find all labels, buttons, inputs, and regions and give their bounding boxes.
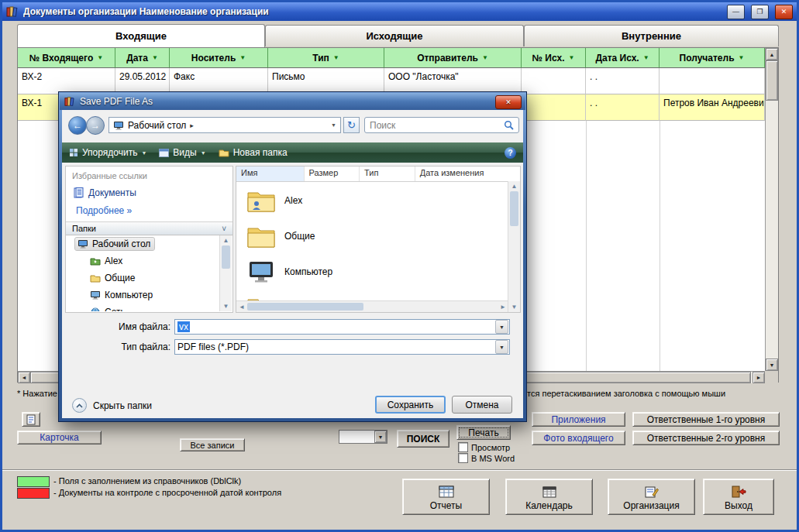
list-item-obschie[interactable]: Общие (236, 218, 508, 254)
sort-arrow-icon[interactable]: ▼ (643, 55, 649, 61)
scroll-up-button[interactable]: ▲ (220, 237, 232, 244)
table-vertical-scrollbar[interactable]: ▲ ▼ (765, 48, 778, 371)
filetype-select[interactable]: PDF files (*.PDF) ▼ (174, 339, 510, 355)
tree-item-alex[interactable]: Alex (66, 252, 220, 269)
sort-arrow-icon[interactable]: ▼ (239, 55, 246, 61)
folders-header[interactable]: Папки ˅ (66, 221, 232, 235)
exit-button[interactable]: Выход (703, 479, 774, 515)
refresh-button[interactable]: ↻ (343, 117, 360, 133)
breadcrumb[interactable]: Рабочий стол ▸ ▼ (108, 117, 341, 133)
column-header[interactable]: Дата▼ (115, 48, 170, 68)
file-list-vertical-scrollbar[interactable]: ▲ ▼ (508, 181, 520, 312)
calendar-button[interactable]: Календарь (505, 479, 593, 515)
combo-arrow-icon[interactable]: ▼ (495, 340, 508, 354)
hide-folders-button[interactable]: Скрыть папки (72, 398, 152, 413)
breadcrumb-location[interactable]: Рабочий стол (128, 120, 186, 131)
list-item-partial[interactable] (236, 290, 508, 301)
favorites-item-documents[interactable]: Документы (74, 187, 136, 198)
scroll-thumb[interactable] (766, 60, 778, 101)
scroll-thumb[interactable] (222, 245, 230, 269)
scroll-right-button[interactable]: ► (499, 304, 507, 311)
responsible-level1-button[interactable]: Ответственные 1-го уровня (632, 412, 780, 427)
column-header[interactable]: Дата Исх.▼ (586, 48, 660, 68)
close-button[interactable]: ✕ (775, 5, 793, 19)
scroll-thumb[interactable] (247, 303, 363, 311)
list-column-header[interactable]: Тип (360, 166, 415, 181)
organize-menu[interactable]: Упорядочить ▼ (69, 147, 146, 158)
scroll-down-button[interactable]: ▼ (220, 303, 232, 310)
new-folder-button[interactable]: Новая папка (219, 147, 288, 158)
chevron-down-icon[interactable]: ˅ (222, 225, 226, 233)
column-header[interactable]: Тип▼ (268, 48, 384, 68)
column-header[interactable]: Носитель▼ (170, 48, 268, 68)
help-button[interactable]: ? (505, 147, 516, 159)
scroll-thumb[interactable] (510, 191, 518, 226)
responsible-level2-button[interactable]: Ответственные 2-го уровня (632, 431, 780, 445)
tab-incoming[interactable]: Входящие (17, 24, 265, 47)
tree-scrollbar[interactable]: ▲ ▼ (219, 235, 232, 311)
scroll-up-button[interactable]: ▲ (508, 183, 520, 190)
sort-arrow-icon[interactable]: ▼ (152, 55, 158, 61)
list-item-alex[interactable]: Alex (236, 183, 508, 218)
scroll-down-button[interactable]: ▼ (508, 304, 520, 311)
dialog-close-button[interactable]: ✕ (495, 95, 522, 109)
reports-button[interactable]: Отчеты (402, 479, 490, 515)
all-records-button[interactable]: Все записи (180, 438, 245, 451)
views-menu[interactable]: Виды ▼ (159, 147, 205, 158)
preview-checkbox[interactable]: Просмотр (458, 442, 510, 452)
column-header[interactable]: Отправитель▼ (384, 48, 522, 68)
filter-combobox[interactable]: ▼ (339, 430, 387, 444)
scroll-left-button[interactable]: ◄ (18, 372, 30, 383)
sort-arrow-icon[interactable]: ▼ (568, 55, 574, 61)
organization-button[interactable]: Организация (608, 479, 695, 515)
search-box[interactable]: Поиск (364, 117, 519, 133)
minimize-button[interactable]: — (727, 5, 745, 19)
breadcrumb-dropdown-icon[interactable]: ▼ (331, 122, 336, 128)
user-folder-icon (90, 257, 101, 266)
combo-arrow-icon[interactable]: ▼ (374, 431, 387, 443)
scroll-down-button[interactable]: ▼ (766, 359, 778, 371)
button-label: Фото входящего (543, 433, 613, 444)
list-column-header[interactable]: Имя (236, 166, 305, 181)
column-header[interactable]: № Входящего▼ (18, 48, 115, 68)
filename-input[interactable]: vx ▼ (174, 319, 510, 335)
list-item-computer[interactable]: Компьютер (236, 254, 508, 290)
card-button[interactable]: Карточка (17, 431, 102, 444)
tree-item-desktop[interactable]: Рабочий стол (66, 235, 220, 252)
new-document-button[interactable] (22, 412, 40, 427)
list-column-header[interactable]: Дата изменения (415, 166, 508, 181)
applications-button[interactable]: Приложения (532, 412, 625, 427)
photo-button[interactable]: Фото входящего (532, 431, 625, 445)
back-button[interactable]: ← (68, 116, 87, 135)
tree-item-computer[interactable]: Компьютер (66, 287, 220, 304)
sort-arrow-icon[interactable]: ▼ (97, 55, 103, 61)
cancel-button[interactable]: Отмена (452, 396, 512, 414)
search-button[interactable]: ПОИСК (397, 430, 449, 448)
tab-label: Входящие (115, 30, 167, 42)
maximize-button[interactable]: ❐ (751, 5, 769, 19)
print-button[interactable]: Печать (456, 425, 511, 440)
list-column-header[interactable]: Размер (305, 166, 360, 181)
sort-arrow-icon[interactable]: ▼ (333, 55, 339, 61)
breadcrumb-arrow-icon[interactable]: ▸ (190, 122, 194, 129)
scroll-up-button[interactable]: ▲ (766, 48, 778, 60)
scroll-left-button[interactable]: ◄ (238, 304, 246, 311)
save-button[interactable]: Сохранить (375, 396, 446, 414)
favorites-more-link[interactable]: Подробнее » (76, 205, 132, 216)
tree-item-network[interactable]: Сеть (66, 304, 220, 311)
tab-internal[interactable]: Внутренние (524, 25, 779, 46)
msword-checkbox[interactable]: В MS Word (458, 453, 515, 463)
combo-arrow-icon[interactable]: ▼ (495, 320, 508, 334)
tab-outgoing[interactable]: Исходящие (265, 25, 524, 46)
checkbox-box[interactable] (458, 453, 468, 463)
forward-button[interactable]: → (86, 116, 105, 135)
file-list-horizontal-scrollbar[interactable]: ◄ ► (236, 300, 508, 312)
scroll-right-button[interactable]: ► (753, 372, 765, 383)
table-row[interactable]: ВХ-2 29.05.2012 Факс Письмо ООО "Ласточк… (18, 68, 765, 94)
column-header[interactable]: № Исх.▼ (522, 48, 586, 68)
sort-arrow-icon[interactable]: ▼ (739, 55, 745, 61)
column-header[interactable]: Получатель▼ (660, 48, 765, 68)
sort-arrow-icon[interactable]: ▼ (482, 55, 488, 61)
checkbox-box[interactable] (458, 442, 468, 452)
tree-item-obschie[interactable]: Общие (66, 269, 220, 287)
